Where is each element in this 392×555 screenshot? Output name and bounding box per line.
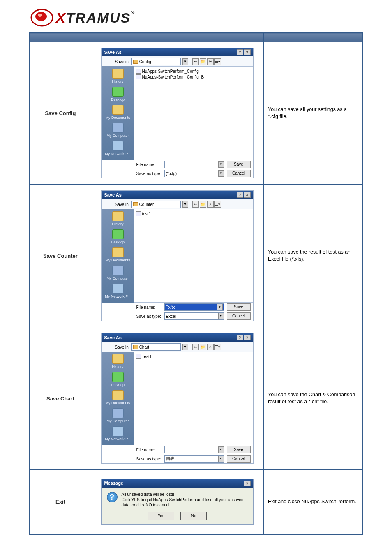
- folder-icon: [133, 202, 138, 206]
- filename-input[interactable]: ▼: [164, 161, 224, 168]
- cancel-button[interactable]: Cancel: [227, 312, 251, 320]
- back-icon[interactable]: ⇐: [192, 344, 199, 350]
- views-icon[interactable]: ☰▾: [214, 201, 221, 208]
- save-button[interactable]: Save: [227, 446, 251, 453]
- page-header: XTRAMUS®: [0, 0, 392, 32]
- save-button[interactable]: Save: [227, 161, 251, 168]
- chevron-down-icon[interactable]: ▼: [182, 201, 188, 208]
- chevron-down-icon[interactable]: ▼: [218, 170, 224, 177]
- help-icon[interactable]: ?: [237, 49, 243, 55]
- savein-dropdown[interactable]: Config: [131, 58, 181, 65]
- place-mynet[interactable]: My Network P...: [102, 140, 134, 158]
- save-as-dialog: Save As ? × Save in: Chart ▼ ⇐: [101, 333, 254, 464]
- file-icon: [136, 74, 141, 79]
- row-label: Save Chart: [30, 327, 91, 470]
- place-history[interactable]: History: [102, 68, 134, 86]
- file-list[interactable]: NuApps-SwitchPerform_Config NuApps-Switc…: [134, 66, 253, 160]
- close-icon[interactable]: ×: [244, 192, 251, 198]
- message-dialog: Message × ? All unsaved data will be los…: [101, 479, 254, 525]
- up-icon[interactable]: 📁: [200, 201, 206, 208]
- newfolder-icon[interactable]: ✳: [207, 201, 214, 208]
- savein-dropdown[interactable]: Chart: [131, 343, 181, 351]
- row-description: You can save the result of test as an Ex…: [264, 185, 363, 327]
- list-item[interactable]: Test1: [136, 354, 251, 359]
- back-icon[interactable]: ⇐: [192, 58, 199, 65]
- save-as-dialog: Save As ? × Save in: Config ▼ ⇐: [101, 48, 254, 178]
- savetype-dropdown[interactable]: 圖表▼: [164, 455, 224, 462]
- views-icon[interactable]: ☰▾: [214, 58, 221, 65]
- filename-input[interactable]: ▼: [164, 446, 224, 453]
- chevron-down-icon[interactable]: ▼: [218, 313, 224, 319]
- close-icon[interactable]: ×: [244, 335, 251, 340]
- place-desktop[interactable]: Desktop: [102, 371, 134, 389]
- chevron-down-icon[interactable]: ▼: [218, 456, 224, 462]
- savein-label: Save in:: [104, 202, 130, 207]
- computer-icon: [112, 408, 124, 418]
- place-desktop[interactable]: Desktop: [102, 86, 134, 104]
- chevron-down-icon[interactable]: ▼: [182, 344, 188, 350]
- file-menu-table: Save Config Save As ? × Save in: Conf: [29, 32, 363, 535]
- file-list[interactable]: Test1: [134, 352, 253, 445]
- place-mydocs[interactable]: My Documents: [102, 104, 134, 122]
- savetype-dropdown[interactable]: (*.cfg)▼: [164, 170, 224, 177]
- place-mynet[interactable]: My Network P...: [102, 283, 134, 301]
- place-mynet[interactable]: My Network P...: [102, 426, 134, 444]
- desktop-icon: [112, 87, 124, 97]
- help-icon[interactable]: ?: [237, 192, 243, 198]
- dialog-titlebar: Message ×: [102, 479, 253, 488]
- back-icon[interactable]: ⇐: [192, 201, 199, 208]
- list-item[interactable]: test1: [136, 211, 251, 217]
- savein-label: Save in:: [104, 60, 130, 64]
- computer-icon: [112, 266, 124, 275]
- up-icon[interactable]: 📁: [200, 58, 206, 65]
- cancel-button[interactable]: Cancel: [227, 170, 251, 177]
- file-icon: [136, 211, 141, 216]
- cancel-button[interactable]: Cancel: [227, 455, 251, 462]
- table-row: Save Counter Save As ? × Save in: Cou: [30, 185, 363, 327]
- savetype-dropdown[interactable]: Excel▼: [164, 312, 224, 320]
- row-label: Save Config: [30, 42, 91, 185]
- place-mycomp[interactable]: My Computer: [102, 265, 134, 283]
- places-bar: History Desktop My Documents My Computer…: [102, 209, 134, 303]
- col-header-1: [30, 33, 91, 42]
- table-row: Save Chart Save As ? × Save in: Chart: [30, 327, 363, 470]
- place-mycomp[interactable]: My Computer: [102, 407, 134, 426]
- row-description: Exit and close NuApps-SwitchPerform.: [264, 470, 363, 534]
- list-item[interactable]: NuApps-SwitchPerform_Config_B: [136, 74, 251, 80]
- place-history[interactable]: History: [102, 353, 134, 371]
- help-icon[interactable]: ?: [237, 335, 243, 340]
- brand-text: XTRAMUS®: [56, 10, 135, 26]
- no-button[interactable]: No: [180, 512, 207, 520]
- yes-button[interactable]: Yes: [148, 512, 174, 520]
- chevron-down-icon[interactable]: ▼: [217, 304, 223, 310]
- place-mydocs[interactable]: My Documents: [102, 247, 134, 265]
- save-button[interactable]: Save: [227, 303, 251, 311]
- file-list[interactable]: test1: [134, 209, 253, 303]
- newfolder-icon[interactable]: ✳: [207, 58, 214, 65]
- place-mydocs[interactable]: My Documents: [102, 389, 134, 407]
- chevron-down-icon[interactable]: ▼: [218, 161, 224, 168]
- up-icon[interactable]: 📁: [200, 344, 206, 350]
- svg-point-2: [38, 14, 42, 17]
- views-icon[interactable]: ☰▾: [214, 344, 221, 350]
- place-history[interactable]: History: [102, 210, 134, 229]
- computer-icon: [112, 123, 124, 133]
- dialog-title-text: Message: [104, 481, 123, 486]
- question-icon: ?: [107, 492, 118, 502]
- place-mycomp[interactable]: My Computer: [102, 122, 134, 140]
- filename-label: File name:: [136, 305, 162, 310]
- chevron-down-icon[interactable]: ▼: [218, 446, 224, 453]
- documents-icon: [112, 390, 124, 400]
- newfolder-icon[interactable]: ✳: [207, 344, 214, 350]
- close-icon[interactable]: ×: [244, 49, 251, 55]
- place-desktop[interactable]: Desktop: [102, 229, 134, 247]
- row-label: Exit: [30, 470, 91, 534]
- dialog-titlebar: Save As ? ×: [102, 333, 253, 342]
- chevron-down-icon[interactable]: ▼: [182, 58, 188, 65]
- filename-input[interactable]: Tx/tx▼: [164, 303, 224, 311]
- close-icon[interactable]: ×: [244, 481, 251, 486]
- file-icon: [136, 69, 141, 74]
- savein-dropdown[interactable]: Counter: [131, 201, 181, 208]
- list-item[interactable]: NuApps-SwitchPerform_Config: [136, 68, 251, 74]
- dialog-titlebar: Save As ? ×: [102, 48, 253, 56]
